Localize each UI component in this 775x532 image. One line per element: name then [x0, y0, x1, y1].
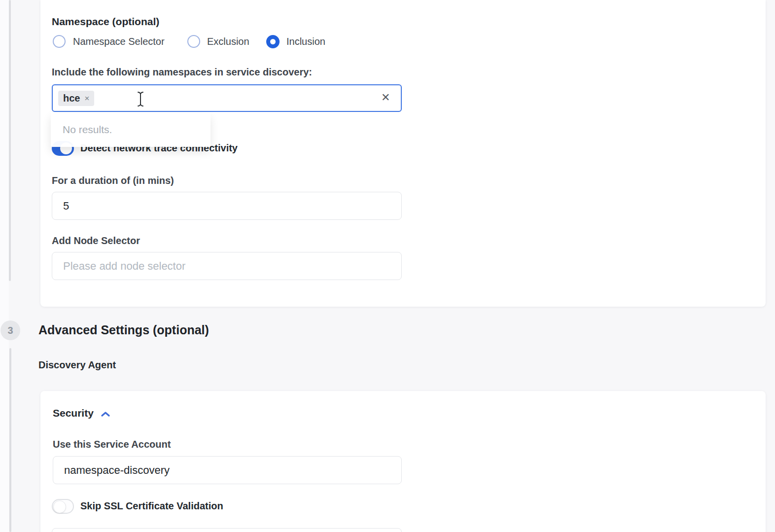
advanced-settings-heading: Advanced Settings (optional) [38, 323, 209, 337]
toggle-knob [53, 500, 66, 513]
namespaces-tag-input[interactable] [52, 84, 402, 112]
include-namespaces-label: Include the following namespaces in serv… [52, 67, 312, 78]
page-left-margin [0, 0, 9, 532]
skip-ssl-label: Skip SSL Certificate Validation [80, 500, 223, 512]
radio-exclusion[interactable] [187, 35, 200, 48]
text-cursor-icon [137, 91, 144, 107]
clear-all-tags-icon[interactable]: ✕ [381, 91, 390, 104]
chip-remove-icon[interactable]: × [84, 94, 89, 104]
duration-label: For a duration of (in mins) [52, 175, 174, 186]
radio-exclusion-label[interactable]: Exclusion [207, 36, 249, 47]
discovery-agent-subheading: Discovery Agent [38, 359, 116, 371]
next-field-cutoff[interactable] [52, 528, 402, 532]
namespace-tag-chip[interactable]: hce × [58, 91, 94, 106]
service-discovery-form: Namespace (optional) Namespace Selector … [0, 0, 775, 532]
node-selector-label: Add Node Selector [52, 235, 140, 247]
namespace-suggestions-dropdown: No results. [51, 112, 211, 147]
radio-inclusion-label[interactable]: Inclusion [286, 36, 325, 47]
no-results-message: No results. [51, 112, 211, 136]
namespace-heading: Namespace (optional) [52, 16, 159, 28]
security-heading: Security [53, 407, 94, 419]
node-selector-input[interactable] [52, 252, 402, 280]
skip-ssl-toggle[interactable] [52, 499, 74, 514]
stepper-connector-line-top [9, 0, 11, 281]
chevron-up-icon [101, 411, 110, 417]
duration-input[interactable] [52, 192, 402, 220]
namespace-tag-text: hce [63, 93, 80, 104]
radio-inclusion[interactable] [266, 35, 280, 48]
radio-namespace-selector[interactable] [53, 35, 66, 48]
stepper-connector-line-bottom [9, 348, 11, 532]
service-account-input[interactable] [53, 456, 402, 484]
service-account-label: Use this Service Account [53, 439, 171, 450]
radio-namespace-selector-label[interactable]: Namespace Selector [73, 36, 165, 47]
security-section-header[interactable]: Security [53, 407, 110, 419]
step-3-badge: 3 [0, 320, 20, 340]
